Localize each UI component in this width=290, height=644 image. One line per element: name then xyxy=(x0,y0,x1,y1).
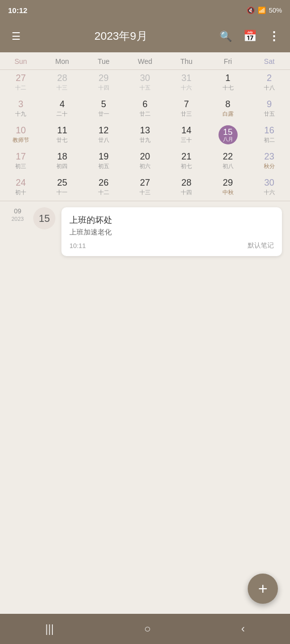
cal-day-sep23[interactable]: 23秋分 xyxy=(249,148,290,175)
app-bar: ☰ 2023年9月 🔍 📅 ⋮ xyxy=(0,20,290,52)
cal-day-sep15-today[interactable]: 15 八月 xyxy=(207,122,248,148)
cal-day-sep8[interactable]: 8白露 xyxy=(207,96,248,122)
cal-week-5: 24初十 25十一 26十二 27十三 28十四 29中秋 30十六 xyxy=(0,175,290,201)
cal-day-sep6[interactable]: 6廿二 xyxy=(124,96,166,122)
today-indicator: 15 八月 xyxy=(219,125,238,144)
cal-week-1: 27十二 28十三 29十四 30十五 31十六 1十七 2十八 xyxy=(0,70,290,96)
cal-day-sep21[interactable]: 21初七 xyxy=(166,148,207,175)
note-time: 10:11 xyxy=(69,242,86,250)
cal-day-sep5[interactable]: 5廿一 xyxy=(83,96,124,122)
cal-day-sep30[interactable]: 30十六 xyxy=(249,175,290,201)
cal-day-sep27[interactable]: 27十三 xyxy=(124,175,166,201)
more-options-button[interactable]: ⋮ xyxy=(264,26,284,46)
selected-day-panel: 09 2023 15 上班的坏处 上班加速老化 10:11 默认笔记 xyxy=(0,201,290,256)
dow-mon: Mon xyxy=(41,52,83,69)
mute-icon: 🔇 xyxy=(247,7,255,14)
status-icons: 🔇 📶 50% xyxy=(247,7,282,14)
calendar-icon: 📅 xyxy=(243,30,257,43)
note-body: 上班加速老化 xyxy=(69,228,274,237)
dow-sun: Sun xyxy=(0,52,41,69)
dow-tue: Tue xyxy=(83,52,124,69)
status-bar: 10:12 🔇 📶 50% xyxy=(0,0,290,20)
search-icon: 🔍 xyxy=(220,30,232,42)
cal-day-sep20[interactable]: 20初六 xyxy=(124,148,166,175)
note-tag: 默认笔记 xyxy=(248,241,274,250)
cal-day-sep25[interactable]: 25十一 xyxy=(41,175,83,201)
cal-day-sep14[interactable]: 14三十 xyxy=(166,122,207,148)
cal-day-sep4[interactable]: 4二十 xyxy=(41,96,83,122)
cal-day-sep18[interactable]: 18初四 xyxy=(41,148,83,175)
menu-button[interactable]: ☰ xyxy=(6,26,26,46)
cal-day-sep26[interactable]: 26十二 xyxy=(83,175,124,201)
cal-day-sep17[interactable]: 17初三 xyxy=(0,148,41,175)
navigation-bar: ||| ○ ‹ xyxy=(0,614,290,644)
note-card[interactable]: 上班的坏处 上班加速老化 10:11 默认笔记 xyxy=(61,207,282,256)
cal-day-sep10[interactable]: 10教师节 xyxy=(0,122,41,148)
cal-day-sep7[interactable]: 7廿三 xyxy=(166,96,207,122)
cal-day-aug28[interactable]: 28十三 xyxy=(41,70,83,96)
cal-day-sep2[interactable]: 2十八 xyxy=(249,70,290,96)
dow-wed: Wed xyxy=(124,52,166,69)
days-of-week-row: Sun Mon Tue Wed Thu Fri Sat xyxy=(0,52,290,70)
selected-month: 09 xyxy=(8,207,27,216)
cal-day-sep3[interactable]: 3十九 xyxy=(0,96,41,122)
search-button[interactable]: 🔍 xyxy=(215,26,236,46)
cal-day-sep13[interactable]: 13廿九 xyxy=(124,122,166,148)
cal-week-2: 3十九 4二十 5廿一 6廿二 7廿三 8白露 9廿五 xyxy=(0,96,290,122)
battery-text: 50% xyxy=(269,7,282,14)
home-button[interactable]: ○ xyxy=(132,618,163,639)
app-bar-title: 2023年9月 xyxy=(26,29,215,44)
cal-day-sep22[interactable]: 22初八 xyxy=(207,148,248,175)
add-icon: + xyxy=(258,580,268,598)
wifi-icon: 📶 xyxy=(258,7,266,14)
cal-day-sep24[interactable]: 24初十 xyxy=(0,175,41,201)
cal-day-sep1[interactable]: 1十七 xyxy=(207,70,248,96)
selected-month-year: 09 2023 xyxy=(8,207,27,222)
cal-day-aug27[interactable]: 27十二 xyxy=(0,70,41,96)
more-icon: ⋮ xyxy=(268,29,280,43)
status-time: 10:12 xyxy=(8,6,27,15)
calendar-today-button[interactable]: 📅 xyxy=(240,26,260,46)
main-content: Sun Mon Tue Wed Thu Fri Sat 27十二 28十三 29… xyxy=(0,52,290,327)
cal-day-sep29[interactable]: 29中秋 xyxy=(207,175,248,201)
note-title: 上班的坏处 xyxy=(69,214,274,226)
dow-thu: Thu xyxy=(166,52,207,69)
add-note-fab[interactable]: + xyxy=(248,574,278,604)
dow-fri: Fri xyxy=(207,52,248,69)
cal-day-sep9[interactable]: 9廿五 xyxy=(249,96,290,122)
selected-day-number[interactable]: 15 xyxy=(33,207,55,229)
note-footer: 10:11 默认笔记 xyxy=(69,241,274,250)
dow-sat: Sat xyxy=(249,52,290,69)
cal-day-sep12[interactable]: 12廿八 xyxy=(83,122,124,148)
cal-week-3: 10教师节 11廿七 12廿八 13廿九 14三十 15 八月 16初二 xyxy=(0,122,290,148)
cal-day-aug31[interactable]: 31十六 xyxy=(166,70,207,96)
cal-day-sep19[interactable]: 19初五 xyxy=(83,148,124,175)
cal-day-sep16[interactable]: 16初二 xyxy=(249,122,290,148)
calendar-section: Sun Mon Tue Wed Thu Fri Sat 27十二 28十三 29… xyxy=(0,52,290,201)
cal-day-aug30[interactable]: 30十五 xyxy=(124,70,166,96)
app-bar-actions: 🔍 📅 ⋮ xyxy=(215,26,284,46)
menu-icon: ☰ xyxy=(12,30,21,42)
cal-day-sep11[interactable]: 11廿七 xyxy=(41,122,83,148)
recent-apps-button[interactable]: ||| xyxy=(33,618,66,639)
cal-day-sep28[interactable]: 28十四 xyxy=(166,175,207,201)
cal-week-4: 17初三 18初四 19初五 20初六 21初七 22初八 23秋分 xyxy=(0,148,290,175)
back-button[interactable]: ‹ xyxy=(229,618,257,639)
selected-year: 2023 xyxy=(8,216,27,222)
cal-day-aug29[interactable]: 29十四 xyxy=(83,70,124,96)
